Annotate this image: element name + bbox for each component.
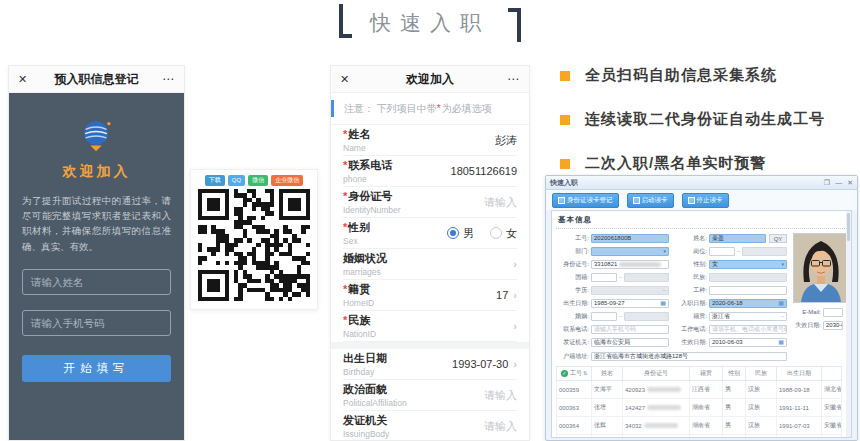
table-row[interactable]: 000364张辉34032湖南省男汉族1991-07-03安徽省蚌埠市五河县 <box>557 417 842 435</box>
desktop-field-box[interactable]: 请输入手机号码 <box>591 325 669 334</box>
desktop-field-入职日期[interactable]: 入职日期:2020-06-18▦ <box>673 297 787 309</box>
desktop-field-岗位[interactable]: 岗位:-- <box>673 245 787 257</box>
more-icon[interactable]: ⋯ <box>498 72 520 86</box>
qr-share-button-下载[interactable]: 下载 <box>205 175 225 186</box>
start-fill-button[interactable]: 开始填写 <box>22 355 171 382</box>
desktop-field-box[interactable]: ▾ <box>591 247 669 256</box>
toolbar-button-停止读卡[interactable]: 停止读卡 <box>682 193 729 208</box>
radio-selected-icon[interactable] <box>447 227 459 239</box>
form-field-Name[interactable]: *姓名Name彭涛 <box>343 125 517 156</box>
toolbar-button-身份证读卡登记[interactable]: 身份证读卡登记 <box>552 193 619 208</box>
table-header-姓名[interactable]: 姓名 <box>592 367 623 381</box>
minimize-icon[interactable]: — <box>835 179 842 187</box>
table-header-籍贯[interactable]: 籍贯 <box>690 367 723 381</box>
form-field-PoliticalAffiliation[interactable]: 政治面貌PoliticalAffiliation请输入 <box>343 380 517 411</box>
calendar-icon[interactable]: ▦ <box>778 339 784 345</box>
desktop-field-box[interactable]: 2030-06-02▦ <box>823 321 843 330</box>
table-header-出生日期[interactable]: 出生日期 <box>777 367 822 381</box>
table-header-民族[interactable]: 民族 <box>746 367 777 381</box>
close-icon[interactable]: ✕ <box>340 73 362 86</box>
desktop-field-姓名[interactable]: 姓名:秦盈QY <box>673 232 787 244</box>
more-icon[interactable]: ⋯ <box>153 72 175 86</box>
desktop-field-box[interactable] <box>709 247 735 256</box>
qr-share-button-QQ[interactable]: QQ <box>228 175 245 186</box>
desktop-field-box[interactable]: 1985-09-27▦ <box>591 299 669 308</box>
desktop-field-部门[interactable]: 部门:▾ <box>555 245 669 257</box>
table-header-性别[interactable]: 性别 <box>723 367 746 381</box>
field-value-text: 18051126619 <box>451 165 517 177</box>
desktop-field-box[interactable] <box>709 286 787 295</box>
desktop-field-性别[interactable]: 性别:女▾ <box>673 258 787 270</box>
chevron-right-icon: › <box>513 358 517 370</box>
form-field-phone[interactable]: *联系电话phone18051126619 <box>343 156 517 187</box>
desktop-field-box[interactable] <box>591 312 617 321</box>
desktop-field-box[interactable] <box>709 273 787 282</box>
desktop-field-出生日期[interactable]: 出生日期:1985-09-27▦ <box>555 297 669 309</box>
desktop-field-失效日期[interactable]: 失效日期:2030-06-02▦ <box>793 319 843 331</box>
sort-icon[interactable]: ⇅ <box>583 370 587 376</box>
desktop-field-婚姻[interactable]: 婚姻:-- <box>555 310 669 322</box>
desktop-field-生效日期[interactable]: 生效日期:2010-06-03▦ <box>673 336 787 348</box>
window-scrollbar[interactable] <box>846 211 851 437</box>
qr-share-button-微信[interactable]: 微信 <box>248 175 268 186</box>
desktop-field-box[interactable] <box>624 273 669 282</box>
desktop-field-box[interactable]: 请填手机、电话或小灵通号码 <box>709 325 787 334</box>
radio-unselected-icon[interactable] <box>490 227 502 239</box>
scrollbar-thumb[interactable] <box>847 213 850 241</box>
desktop-field-box[interactable] <box>591 273 617 282</box>
desktop-field-box[interactable] <box>742 247 787 256</box>
radio-option-女[interactable]: 女 <box>490 226 517 241</box>
desktop-field-box[interactable] <box>624 312 669 321</box>
desktop-field-户籍地址[interactable]: 户籍地址:浙江省临海市古城街道赤城路128号 <box>555 350 787 362</box>
table-row[interactable]: 000359文海平420923江西省男汉族1988-09-18湖北省云梦县伍洛镇 <box>557 381 842 399</box>
desktop-field-国籍[interactable]: 国籍:-- <box>555 271 669 283</box>
phone-input[interactable]: 请输入手机号码 <box>22 310 171 336</box>
table-header-身份证号[interactable]: 身份证号 <box>623 367 690 381</box>
desktop-field-box[interactable]: 临海市公安局 <box>591 338 669 347</box>
desktop-field-学历[interactable]: 学历:-- <box>555 284 669 296</box>
form-field-Sex[interactable]: *性别Sex男女 <box>343 218 517 249</box>
desktop-field-民族[interactable]: 民族: <box>673 271 787 283</box>
desktop-field-box[interactable]: 秦盈 <box>709 234 766 243</box>
check-circle-icon: ✓ <box>561 370 568 377</box>
form-field-HomeID[interactable]: *籍贯HomeID17› <box>343 280 517 311</box>
name-input[interactable]: 请输入姓名 <box>22 269 171 295</box>
desktop-field-E-Mail[interactable]: E-Mail: <box>793 306 843 318</box>
desktop-field-籍贯[interactable]: 籍贯:浙江省-- <box>673 310 787 322</box>
table-header-工号[interactable]: ✓工号⇅ <box>557 367 592 381</box>
desktop-field-身份证号[interactable]: 身份证号:3310821 <box>555 258 669 270</box>
form-field-IdentityNumber[interactable]: *身份证号IdentityNumber请输入 <box>343 187 517 218</box>
qr-share-button-企业微信[interactable]: 企业微信 <box>271 175 303 186</box>
form-field-Birthday[interactable]: 出生日期Birthday1993-07-30› <box>343 349 517 380</box>
desktop-field-联系电话[interactable]: 联系电话:请输入手机号码 <box>555 323 669 335</box>
cell-address: 湖北省云梦县伍洛镇 <box>822 381 842 399</box>
calendar-icon[interactable]: ▦ <box>660 300 666 306</box>
desktop-field-box[interactable]: 浙江省-- <box>709 312 787 321</box>
restore-icon[interactable]: ❐ <box>824 179 830 187</box>
form-field-IssuingBody[interactable]: 发证机关IssuingBody请输入 <box>343 411 517 440</box>
close-icon[interactable]: ✕ <box>847 179 853 187</box>
radio-option-男[interactable]: 男 <box>447 226 474 241</box>
desktop-field-box[interactable]: 2020-06-18▦ <box>709 299 787 308</box>
desktop-field-box[interactable] <box>823 308 843 317</box>
desktop-field-工作电话[interactable]: 工作电话:请填手机、电话或小灵通号码 <box>673 323 787 335</box>
calendar-icon[interactable]: ▦ <box>778 300 784 306</box>
desktop-field-工号[interactable]: 工号:2020061800B <box>555 232 669 244</box>
desktop-field-发证机关[interactable]: 发证机关:临海市公安局 <box>555 336 669 348</box>
table-row[interactable]: 000363张培142427湖南省男汉族1991-11-11安徽省霍邱县冯井镇 <box>557 399 842 417</box>
toolbar-button-启动读卡[interactable]: 启动读卡 <box>627 193 674 208</box>
form-field-marriages[interactable]: 婚姻状况marriages› <box>343 249 517 280</box>
table-header-extra[interactable] <box>822 367 842 381</box>
desktop-field-box[interactable]: -- <box>591 286 669 295</box>
desktop-field-box[interactable]: 2020061800B <box>591 234 669 243</box>
desktop-field-工种[interactable]: 工种: <box>673 284 787 296</box>
table-row[interactable]: 000368罗进42900江苏省男汉族1984-11-14湖北省随州市曾都区 <box>557 435 842 439</box>
desktop-field-box[interactable]: 2010-06-03▦ <box>709 338 787 347</box>
field-label: *身份证号 <box>343 189 484 204</box>
desktop-field-box[interactable]: 浙江省临海市古城街道赤城路128号 <box>591 352 787 361</box>
desktop-field-box[interactable]: 3310821 <box>591 260 669 269</box>
form-field-NationID[interactable]: *民族NationID› <box>343 311 517 342</box>
desktop-field-box[interactable]: 女▾ <box>709 260 787 269</box>
dash-value: -- <box>663 287 666 293</box>
close-icon[interactable]: ✕ <box>18 73 40 86</box>
